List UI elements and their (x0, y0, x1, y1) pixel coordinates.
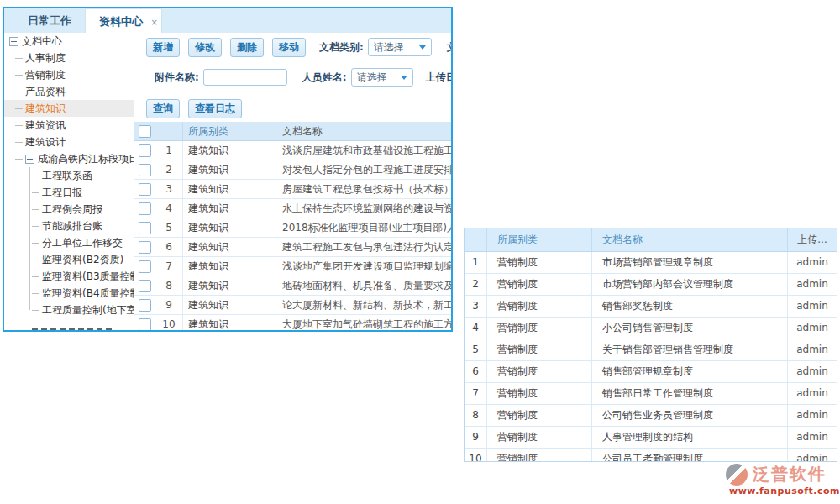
tree-expand-icon[interactable] (9, 37, 18, 46)
row-checkbox[interactable] (139, 241, 151, 254)
sidebar-item[interactable]: 营销制度 (4, 66, 134, 83)
row-number: 4 (155, 199, 183, 218)
sidebar-item[interactable]: 工程例会周报 (4, 201, 134, 218)
doc-category-label: 文档类别: (319, 40, 364, 55)
row-uploader: admin (788, 252, 837, 273)
table-row[interactable]: 3 建筑知识 房屋建筑工程总承包投标书（技术标）... (134, 180, 451, 199)
table-row[interactable]: 5 建筑知识 2018标准化监理项目部(业主项目部)人员... (134, 218, 451, 238)
col-docname-header: 文档名称 (276, 122, 451, 140)
table-body: 1 营销制度 市场营销部管理规章制度 admin 2 营销制度 市场营销部内部会… (465, 252, 837, 462)
toolbar-button[interactable]: 修改 (188, 38, 222, 57)
sidebar-item[interactable]: 产品资料 (4, 83, 134, 100)
person-name-select[interactable]: 请选择 (351, 68, 413, 87)
table-row[interactable]: 3 营销制度 销售部奖惩制度 admin (465, 296, 837, 318)
select-all-checkbox[interactable] (139, 125, 151, 138)
table-row[interactable]: 7 营销制度 销售部日常工作管理制度 admin (465, 383, 837, 405)
sidebar-item[interactable]: 文档中心 (4, 33, 134, 50)
sidebar-item[interactable]: 监理资料(B4质量控制) (4, 285, 134, 302)
table-row[interactable]: 2 建筑知识 对发包人指定分包的工程施工进度安排... (134, 160, 451, 180)
sidebar-item[interactable]: 人事制度 (4, 50, 134, 66)
close-icon[interactable]: × (151, 10, 158, 34)
sidebar-item[interactable]: 工程日报 (4, 184, 134, 201)
row-docname: 房屋建筑工程总承包投标书（技术标）... (276, 180, 451, 198)
row-checkbox[interactable] (139, 280, 151, 292)
sidebar-item[interactable]: 监理资料(B3质量控制) (4, 268, 134, 285)
table-row[interactable]: 10 建筑知识 大厦地下室加气砼墙砌筑工程的施工方... (134, 315, 451, 330)
row-category: 营销制度 (487, 339, 592, 360)
document-table: 所属别类 文档名称 1 建筑知识 浅谈房屋建筑和市政基础设施工程施工... (134, 122, 451, 330)
row-number: 10 (155, 315, 183, 330)
row-checkbox[interactable] (139, 222, 151, 234)
row-number: 7 (155, 257, 183, 276)
sidebar-item-label: 工程联系函 (42, 169, 92, 183)
table-row[interactable]: 2 营销制度 市场营销部内部会议管理制度 admin (465, 274, 837, 296)
sidebar-item-label: 成渝高铁内江标段项目 (38, 152, 134, 166)
table-row[interactable]: 4 建筑知识 水土保持生态环境监测网络的建设与资... (134, 199, 451, 218)
upload-date-label: 上传日期 (426, 71, 451, 85)
row-checkbox[interactable] (139, 164, 151, 176)
logo-url: www.fanpusoft.com (729, 486, 840, 496)
row-checkbox[interactable] (139, 260, 151, 273)
row-checkbox[interactable] (139, 299, 151, 312)
action-button[interactable]: 查看日志 (188, 99, 242, 118)
sidebar-item[interactable]: 工程联系函 (4, 167, 134, 184)
row-category: 建筑知识 (183, 276, 276, 295)
toolbar-button[interactable]: 新增 (146, 38, 180, 57)
doc-category-value: 请选择 (374, 40, 404, 55)
sidebar-item[interactable]: 工程质量控制(地下室) (4, 302, 134, 318)
tree-expand-icon[interactable] (25, 155, 34, 164)
screen: 日常工作 资料中心 × 文档中心 人事制度 (0, 0, 840, 504)
action-row: 查询 查看日志 (134, 99, 451, 118)
row-docname: 大厦地下室加气砼墙砌筑工程的施工方... (276, 315, 451, 330)
tab-data-center-label: 资料中心 (99, 15, 143, 28)
sidebar-item-label: 监理资料(B4质量控制) (42, 286, 134, 301)
row-docname: 小公司销售管理制度 (592, 318, 788, 339)
sidebar-item[interactable]: 建筑设计 (4, 134, 134, 150)
table-row[interactable]: 5 营销制度 关于销售部管理销售管理制度 admin (465, 339, 837, 361)
tab-data-center[interactable]: 资料中心 × (85, 8, 162, 33)
sidebar-item-clipped[interactable] (32, 328, 113, 330)
table-row[interactable]: 1 建筑知识 浅谈房屋建筑和市政基础设施工程施工... (134, 141, 451, 160)
sidebar-item[interactable]: 成渝高铁内江标段项目 (4, 150, 134, 167)
doc-category-select[interactable]: 请选择 (368, 38, 432, 56)
attachment-name-input[interactable] (203, 69, 287, 86)
table-row[interactable]: 8 营销制度 公司销售业务员管理制度 admin (465, 405, 837, 427)
row-checkbox[interactable] (139, 202, 151, 215)
table-row[interactable]: 1 营销制度 市场营销部管理规章制度 admin (465, 252, 837, 274)
row-number: 8 (155, 276, 183, 295)
sidebar-item[interactable]: 建筑知识 (4, 100, 134, 117)
marketing-doc-table: 所属别类 文档名称 上传... 1 营销制度 市场营销部管理规章制度 admin… (464, 228, 837, 462)
toolbar-buttons: 新增 修改 删除 移动 (146, 38, 314, 57)
table-row[interactable]: 8 建筑知识 地砖地面材料、机具准备、质量要求及... (134, 276, 451, 296)
sidebar-item-label: 监理资料(B3质量控制) (42, 270, 134, 284)
toolbar-button[interactable]: 删除 (230, 38, 264, 57)
sidebar-item[interactable]: 监理资料(B2资质) (4, 251, 134, 268)
sidebar-item-label: 节能减排台账 (42, 219, 102, 234)
row-category: 建筑知识 (183, 296, 276, 314)
table-row[interactable]: 7 建筑知识 浅谈地产集团开发建设项目监理规划编... (134, 257, 451, 276)
row-checkbox[interactable] (139, 144, 151, 157)
col-uploader-header: 上传... (788, 228, 837, 251)
row-category: 建筑知识 (183, 238, 276, 256)
row-uploader: admin (788, 449, 837, 462)
sidebar-item[interactable]: 节能减排台账 (4, 218, 134, 234)
table-body: 1 建筑知识 浅谈房屋建筑和市政基础设施工程施工... 2 建筑知识 对发包人指… (134, 141, 451, 330)
tab-daily-work[interactable]: 日常工作 (14, 8, 85, 33)
row-number: 3 (155, 180, 183, 198)
action-button[interactable]: 查询 (146, 99, 180, 118)
sidebar-item-label: 工程例会周报 (42, 202, 102, 217)
sidebar-item[interactable]: 分工单位工作移交 (4, 234, 134, 251)
row-uploader: admin (788, 361, 837, 382)
table-row[interactable]: 9 营销制度 人事管理制度的结构 admin (465, 427, 837, 449)
table-row[interactable]: 6 建筑知识 建筑工程施工发包与承包违法行为认定... (134, 238, 451, 257)
table-row[interactable]: 6 营销制度 销售部管理规章制度 admin (465, 361, 837, 383)
row-checkbox[interactable] (139, 318, 151, 331)
row-checkbox[interactable] (139, 183, 151, 196)
table-row[interactable]: 9 建筑知识 论大厦新材料、新结构、新技术，新工... (134, 296, 451, 315)
table-header-row: 所属别类 文档名称 (134, 122, 451, 141)
row-category: 建筑知识 (183, 180, 276, 198)
sidebar-item[interactable]: 建筑资讯 (4, 117, 134, 134)
toolbar-button[interactable]: 移动 (272, 38, 306, 57)
table-row[interactable]: 4 营销制度 小公司销售管理制度 admin (465, 318, 837, 339)
table-row[interactable]: 10 营销制度 公司员工考勤管理制度 admin (465, 449, 837, 462)
